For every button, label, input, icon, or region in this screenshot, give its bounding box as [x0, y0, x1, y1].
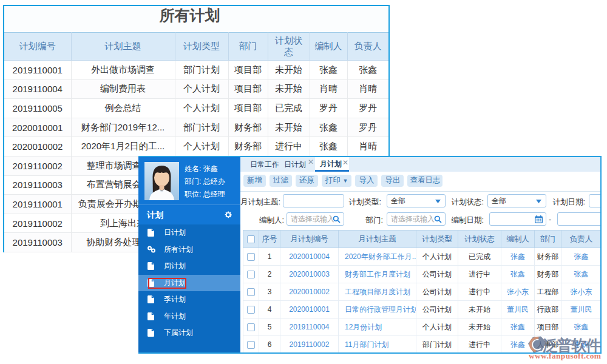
- svg-text:www.fanpusoft.com: www.fanpusoft.com: [529, 351, 602, 360]
